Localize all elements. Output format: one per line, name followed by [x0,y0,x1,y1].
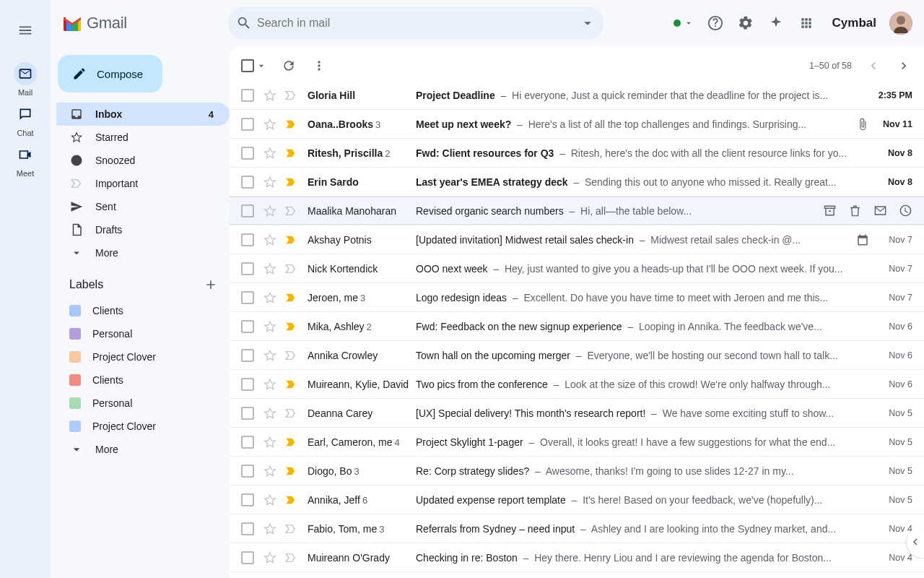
row-checkbox[interactable] [241,262,254,275]
importance-marker[interactable] [284,436,297,449]
email-row[interactable]: Muireann, Kylie, David Two pics from the… [230,370,924,399]
nav-inbox[interactable]: Inbox4 [56,103,230,126]
star-button[interactable] [263,406,277,420]
labels-more[interactable]: More [56,438,230,461]
star-button[interactable] [263,493,277,507]
next-page-button[interactable] [895,57,912,74]
more-actions-button[interactable] [310,57,328,74]
row-checkbox[interactable] [241,291,254,304]
account-avatar[interactable] [889,12,912,35]
star-button[interactable] [263,290,277,305]
label-project-clover[interactable]: Project Clover [56,415,230,438]
row-checkbox[interactable] [241,522,254,535]
label-personal[interactable]: Personal [56,322,230,345]
importance-marker[interactable] [284,349,297,362]
label-project-clover[interactable]: Project Clover [56,345,230,368]
row-checkbox[interactable] [241,436,254,449]
status-indicator[interactable] [674,18,694,28]
row-checkbox[interactable] [241,378,254,391]
email-row[interactable]: Oana..Brooks3 Meet up next week? – Here'… [230,110,924,139]
star-button[interactable] [263,551,277,565]
importance-marker[interactable] [284,522,297,535]
prev-page-button[interactable] [865,57,882,74]
star-button[interactable] [263,117,277,131]
email-row[interactable]: Maalika Manoharan Revised organic search… [230,197,924,225]
nav-more[interactable]: More [56,241,230,264]
email-row[interactable]: Annika, Jeff6 Updated expense report tem… [230,486,924,514]
row-checkbox[interactable] [241,118,254,131]
importance-marker[interactable] [284,320,297,333]
row-checkbox[interactable] [241,320,254,333]
delete-button[interactable] [848,204,862,217]
email-row[interactable]: Ritesh, Priscilla2 Fwd: Client resources… [230,139,924,168]
star-button[interactable] [263,262,277,276]
search-icon[interactable] [235,14,253,32]
nav-drafts[interactable]: Drafts [56,218,230,241]
row-checkbox[interactable] [241,465,254,478]
email-row[interactable]: Earl, Cameron, me4 Project Skylight 1-pa… [230,428,924,457]
select-all-checkbox[interactable] [241,59,254,72]
row-checkbox[interactable] [241,176,254,189]
star-button[interactable] [263,319,277,334]
refresh-button[interactable] [280,57,297,74]
importance-marker[interactable] [284,465,297,478]
email-row[interactable]: Diogo, Bo3 Re: Corp strategy slides? – A… [230,457,924,486]
importance-marker[interactable] [284,493,297,506]
email-row[interactable]: Erin Sardo Last year's EMEA strategy dec… [230,168,924,197]
importance-marker[interactable] [284,291,297,304]
nav-important[interactable]: Important [56,172,230,195]
compose-button[interactable]: Compose [58,55,162,92]
nav-snoozed[interactable]: Snoozed [56,149,230,172]
importance-marker[interactable] [284,118,297,131]
rail-item-mail[interactable]: Mail [14,59,37,100]
star-button[interactable] [263,233,277,247]
star-button[interactable] [263,522,277,536]
apps-button[interactable] [798,14,815,32]
row-checkbox[interactable] [241,147,254,160]
search-options-icon[interactable] [579,14,596,32]
star-button[interactable] [263,175,277,189]
snooze-button[interactable] [899,204,912,217]
select-dropdown-icon[interactable] [256,60,267,72]
row-checkbox[interactable] [241,551,254,564]
importance-marker[interactable] [284,233,297,246]
search-input[interactable] [253,17,579,30]
row-checkbox[interactable] [241,349,254,362]
gemini-button[interactable] [767,14,785,32]
importance-marker[interactable] [284,147,297,160]
add-label-button[interactable] [204,277,218,292]
row-checkbox[interactable] [241,89,254,102]
row-checkbox[interactable] [241,493,254,506]
mark-unread-button[interactable] [873,204,887,217]
star-button[interactable] [263,88,277,103]
importance-marker[interactable] [284,551,297,564]
star-button[interactable] [263,146,277,160]
email-row[interactable]: Muireann O'Grady Checking in re: Boston … [230,543,924,572]
row-checkbox[interactable] [241,407,254,420]
main-menu-button[interactable] [9,14,41,46]
label-personal[interactable]: Personal [56,392,230,415]
help-button[interactable] [707,14,724,32]
star-button[interactable] [263,464,277,478]
email-row[interactable]: Nick Kortendick OOO next week – Hey, jus… [230,254,924,283]
nav-sent[interactable]: Sent [56,195,230,218]
star-button[interactable] [263,348,277,363]
importance-marker[interactable] [284,262,297,275]
email-row[interactable]: Fabio, Tom, me3 Referrals from Sydney – … [230,514,924,543]
importance-marker[interactable] [284,89,297,102]
email-row[interactable]: Jeroen, me3 Logo redesign ideas – Excell… [230,283,924,312]
importance-marker[interactable] [284,204,297,217]
settings-button[interactable] [737,14,754,32]
email-row[interactable]: Gloria Hill Project Deadline – Hi everyo… [230,81,924,110]
nav-starred[interactable]: Starred [56,126,230,149]
rail-item-meet[interactable]: Meet [14,140,37,181]
importance-marker[interactable] [284,378,297,391]
email-row[interactable]: Akshay Potnis [Updated invitation] Midwe… [230,225,924,254]
row-checkbox[interactable] [241,204,254,217]
star-button[interactable] [263,377,277,392]
search-bar[interactable] [228,7,603,40]
row-checkbox[interactable] [241,233,254,246]
importance-marker[interactable] [284,407,297,420]
star-button[interactable] [263,435,277,449]
importance-marker[interactable] [284,176,297,189]
